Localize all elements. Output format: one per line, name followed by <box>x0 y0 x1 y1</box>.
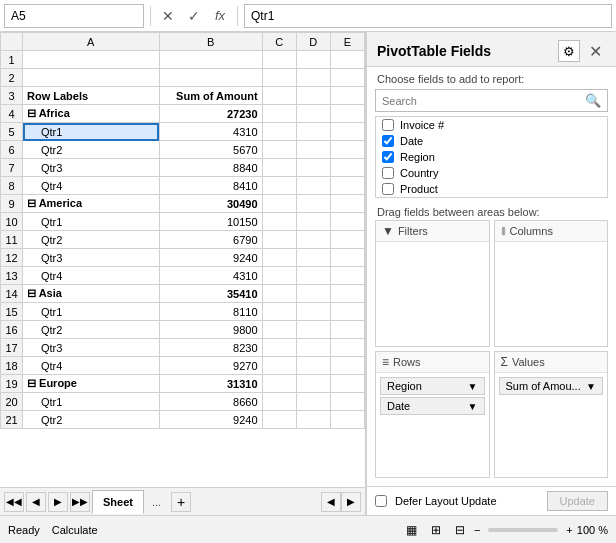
defer-checkbox[interactable] <box>375 495 387 507</box>
cell-a[interactable]: Qtr1 <box>23 393 160 411</box>
update-button[interactable]: Update <box>547 491 608 511</box>
cell-a[interactable]: Qtr2 <box>23 141 160 159</box>
cell-e[interactable] <box>330 177 364 195</box>
cell-b[interactable]: 31310 <box>159 375 262 393</box>
cell-b[interactable]: 27230 <box>159 105 262 123</box>
cell-c[interactable] <box>262 177 296 195</box>
cell-e[interactable] <box>330 141 364 159</box>
cell-a[interactable]: Qtr1 <box>23 303 160 321</box>
sheet-nav-last[interactable]: ▶▶ <box>70 492 90 512</box>
cell-b[interactable]: 9240 <box>159 411 262 429</box>
scroll-left-btn[interactable]: ◀ <box>321 492 341 512</box>
cell-d[interactable] <box>296 321 330 339</box>
zoom-slider[interactable] <box>488 528 558 532</box>
cell-a[interactable]: ⊟ Europe <box>23 375 160 393</box>
cell-b[interactable]: 35410 <box>159 285 262 303</box>
cell-c[interactable] <box>262 105 296 123</box>
cell-d[interactable] <box>296 141 330 159</box>
cell-b[interactable]: 9240 <box>159 249 262 267</box>
cell-a[interactable]: Qtr1 <box>23 213 160 231</box>
cell-e[interactable] <box>330 51 364 69</box>
col-header-e[interactable]: E <box>330 33 364 51</box>
cell-c[interactable] <box>262 411 296 429</box>
cell-d[interactable] <box>296 267 330 285</box>
cell-d[interactable] <box>296 249 330 267</box>
col-header-a[interactable]: A <box>23 33 160 51</box>
cell-e[interactable] <box>330 87 364 105</box>
pivot-search-input[interactable] <box>376 92 579 110</box>
cell-e[interactable] <box>330 105 364 123</box>
cell-c[interactable] <box>262 51 296 69</box>
cell-c[interactable] <box>262 303 296 321</box>
cell-d[interactable] <box>296 105 330 123</box>
cell-e[interactable] <box>330 411 364 429</box>
cell-a[interactable]: Qtr3 <box>23 339 160 357</box>
cell-e[interactable] <box>330 159 364 177</box>
cell-b[interactable]: 4310 <box>159 267 262 285</box>
sheet-nav-prev[interactable]: ◀ <box>26 492 46 512</box>
cell-d[interactable] <box>296 213 330 231</box>
cell-c[interactable] <box>262 249 296 267</box>
cell-a[interactable]: Qtr4 <box>23 267 160 285</box>
cell-c[interactable] <box>262 159 296 177</box>
cell-d[interactable] <box>296 393 330 411</box>
cell-b[interactable] <box>159 69 262 87</box>
cell-c[interactable] <box>262 123 296 141</box>
cell-c[interactable] <box>262 393 296 411</box>
cell-a[interactable]: ⊟ Africa <box>23 105 160 123</box>
normal-view-button[interactable]: ▦ <box>402 522 422 538</box>
pivot-field-checkbox[interactable] <box>382 135 394 147</box>
cell-d[interactable] <box>296 411 330 429</box>
cell-b[interactable]: 9800 <box>159 321 262 339</box>
cell-a[interactable]: ⊟ America <box>23 195 160 213</box>
cell-b[interactable]: 8230 <box>159 339 262 357</box>
cell-e[interactable] <box>330 303 364 321</box>
cell-a[interactable]: Qtr4 <box>23 357 160 375</box>
sheet-nav-first[interactable]: ◀◀ <box>4 492 24 512</box>
cell-e[interactable] <box>330 69 364 87</box>
cell-d[interactable] <box>296 303 330 321</box>
cell-e[interactable] <box>330 213 364 231</box>
cell-e[interactable] <box>330 375 364 393</box>
cell-a[interactable]: Row Labels <box>23 87 160 105</box>
cell-d[interactable] <box>296 339 330 357</box>
cell-b[interactable]: 8110 <box>159 303 262 321</box>
cell-e[interactable] <box>330 249 364 267</box>
pivot-field-item[interactable]: Product <box>376 181 607 197</box>
pivot-row-item[interactable]: Region▼ <box>380 377 485 395</box>
scroll-right-btn[interactable]: ▶ <box>341 492 361 512</box>
add-sheet-button[interactable]: + <box>171 492 191 512</box>
cell-e[interactable] <box>330 357 364 375</box>
sheet-tab-more[interactable]: ... <box>146 496 167 508</box>
cell-c[interactable] <box>262 195 296 213</box>
cell-d[interactable] <box>296 69 330 87</box>
cell-d[interactable] <box>296 87 330 105</box>
zoom-plus[interactable]: + <box>566 524 572 536</box>
cell-a[interactable] <box>23 51 160 69</box>
sheet-nav-next[interactable]: ▶ <box>48 492 68 512</box>
cell-b[interactable]: 10150 <box>159 213 262 231</box>
cell-b[interactable]: 30490 <box>159 195 262 213</box>
cell-d[interactable] <box>296 231 330 249</box>
cell-a[interactable]: Qtr2 <box>23 231 160 249</box>
cell-b[interactable]: 8410 <box>159 177 262 195</box>
cell-c[interactable] <box>262 213 296 231</box>
cell-c[interactable] <box>262 141 296 159</box>
cell-b[interactable]: 4310 <box>159 123 262 141</box>
cell-c[interactable] <box>262 87 296 105</box>
cell-a[interactable]: Qtr3 <box>23 159 160 177</box>
cell-e[interactable] <box>330 231 364 249</box>
pivot-field-checkbox[interactable] <box>382 151 394 163</box>
pivot-field-checkbox[interactable] <box>382 183 394 195</box>
cell-d[interactable] <box>296 177 330 195</box>
cell-c[interactable] <box>262 231 296 249</box>
pivot-field-checkbox[interactable] <box>382 119 394 131</box>
cell-d[interactable] <box>296 159 330 177</box>
cell-b[interactable]: 8660 <box>159 393 262 411</box>
cell-b[interactable]: Sum of Amount <box>159 87 262 105</box>
cell-b[interactable]: 8840 <box>159 159 262 177</box>
cell-b[interactable]: 9270 <box>159 357 262 375</box>
cell-e[interactable] <box>330 195 364 213</box>
cell-e[interactable] <box>330 285 364 303</box>
cell-c[interactable] <box>262 357 296 375</box>
